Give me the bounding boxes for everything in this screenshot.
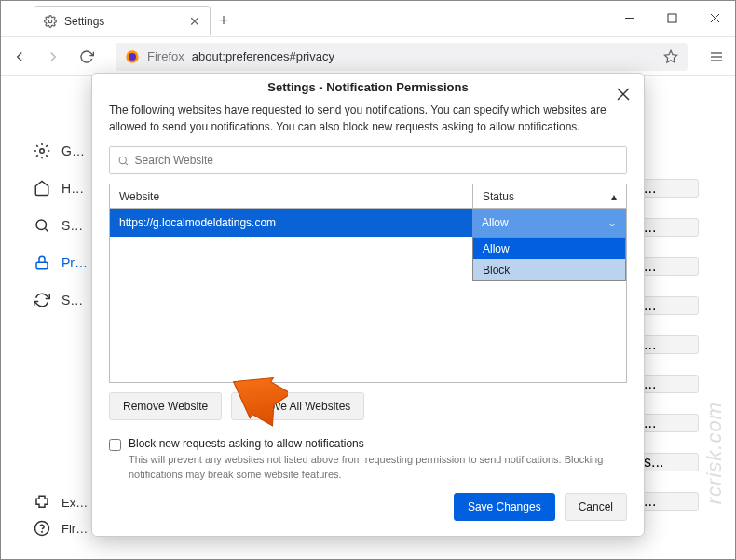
svg-rect-2 xyxy=(668,14,676,22)
dropdown-option-block[interactable]: Block xyxy=(473,259,625,280)
table-row[interactable]: https://g.localmodeldatings.com Allow ⌄ xyxy=(110,209,626,237)
bg-button: ... xyxy=(643,335,699,354)
sidebar-item-label: Firefox Support xyxy=(61,522,89,536)
search-input[interactable] xyxy=(135,154,619,167)
browser-toolbar: Firefox about:preferences#privacy xyxy=(0,37,736,76)
block-new-requests-checkbox[interactable] xyxy=(109,439,121,451)
sidebar-item-label: Sync xyxy=(61,293,89,307)
url-text: about:preferences#privacy xyxy=(192,49,334,63)
svg-marker-7 xyxy=(664,50,676,62)
search-website-field[interactable] xyxy=(109,146,627,174)
minimize-button[interactable] xyxy=(607,0,650,36)
status-dropdown-menu: Allow Block xyxy=(472,237,626,281)
hamburger-menu-button[interactable] xyxy=(706,47,727,67)
background-settings-buttons: ... ... ... ... ... ... ... s... ... xyxy=(643,179,699,531)
close-window-button[interactable] xyxy=(693,0,736,36)
remove-all-websites-button[interactable]: Remove All Websites xyxy=(231,392,364,420)
puzzle-icon xyxy=(34,494,50,511)
tab-close-icon[interactable]: ✕ xyxy=(189,14,200,29)
chevron-down-icon: ⌄ xyxy=(607,216,617,229)
forward-button[interactable] xyxy=(43,47,63,67)
dialog-description: The following websites have requested to… xyxy=(109,102,627,135)
sidebar-item-label: Home xyxy=(61,181,89,196)
remove-website-button[interactable]: Remove Website xyxy=(109,392,222,420)
sidebar-item-support[interactable]: Firefox Support xyxy=(34,515,89,541)
table-header: Website Status ▴ xyxy=(110,184,626,209)
search-icon xyxy=(117,155,129,167)
new-tab-button[interactable]: + xyxy=(211,6,237,36)
status-dropdown-button[interactable]: Allow ⌄ xyxy=(472,209,626,237)
lock-icon xyxy=(34,254,50,271)
gear-icon xyxy=(34,143,50,159)
window-controls xyxy=(607,0,736,36)
bg-button: ... xyxy=(643,218,699,237)
home-icon xyxy=(34,180,50,197)
bg-button: ... xyxy=(643,375,699,393)
bg-button: ... xyxy=(643,257,699,276)
svg-line-13 xyxy=(45,228,48,231)
sidebar-item-label: Privacy & Security xyxy=(61,255,89,270)
back-button[interactable] xyxy=(9,47,30,67)
dialog-close-button[interactable] xyxy=(614,85,633,103)
bg-button: ... xyxy=(643,492,699,511)
tab-title: Settings xyxy=(64,15,182,28)
sidebar-item-extensions[interactable]: Extensions & Themes xyxy=(34,489,89,515)
dialog-title: Settings - Notification Permissions xyxy=(267,80,468,94)
notification-permissions-dialog: Settings - Notification Permissions The … xyxy=(91,73,645,537)
help-icon xyxy=(34,520,50,537)
website-url: https://g.localmodeldatings.com xyxy=(110,216,472,229)
block-new-requests-label: Block new requests asking to allow notif… xyxy=(129,437,627,450)
svg-point-12 xyxy=(36,220,47,230)
svg-point-11 xyxy=(40,149,45,154)
dialog-header: Settings - Notification Permissions xyxy=(92,74,644,100)
sidebar-item-label: Search xyxy=(61,218,89,233)
svg-point-0 xyxy=(48,20,52,23)
bg-button: ... xyxy=(643,414,699,432)
bg-button: s... xyxy=(643,453,699,471)
svg-line-20 xyxy=(126,163,128,165)
column-status[interactable]: Status ▴ xyxy=(472,184,626,208)
browser-tab[interactable]: Settings ✕ xyxy=(34,6,211,35)
url-identity-label: Firefox xyxy=(147,49,184,63)
bookmark-star-icon[interactable] xyxy=(663,49,678,64)
reload-button[interactable] xyxy=(76,47,97,67)
sync-icon xyxy=(34,292,50,308)
block-new-requests-description: This will prevent any websites not liste… xyxy=(129,453,627,482)
svg-rect-14 xyxy=(36,262,48,269)
url-bar[interactable]: Firefox about:preferences#privacy xyxy=(116,43,688,71)
bg-button: ... xyxy=(643,179,699,198)
websites-table: Website Status ▴ https://g.localmodeldat… xyxy=(109,184,627,383)
svg-point-6 xyxy=(129,53,136,61)
bg-button: ... xyxy=(643,296,699,315)
svg-point-16 xyxy=(42,531,43,532)
svg-point-19 xyxy=(119,157,126,163)
sort-arrow-icon: ▴ xyxy=(611,190,617,203)
window-titlebar: Settings ✕ + xyxy=(0,0,736,37)
sidebar-item-label: General xyxy=(61,143,89,158)
dropdown-option-allow[interactable]: Allow xyxy=(473,238,625,259)
sidebar-item-label: Extensions & Themes xyxy=(61,496,89,510)
cancel-button[interactable]: Cancel xyxy=(565,493,627,521)
column-website[interactable]: Website xyxy=(110,184,472,208)
search-icon xyxy=(34,217,50,234)
save-changes-button[interactable]: Save Changes xyxy=(454,493,555,521)
gear-icon xyxy=(44,15,57,28)
dialog-footer: Save Changes Cancel xyxy=(92,482,644,536)
maximize-button[interactable] xyxy=(650,0,693,36)
firefox-icon xyxy=(125,49,140,64)
